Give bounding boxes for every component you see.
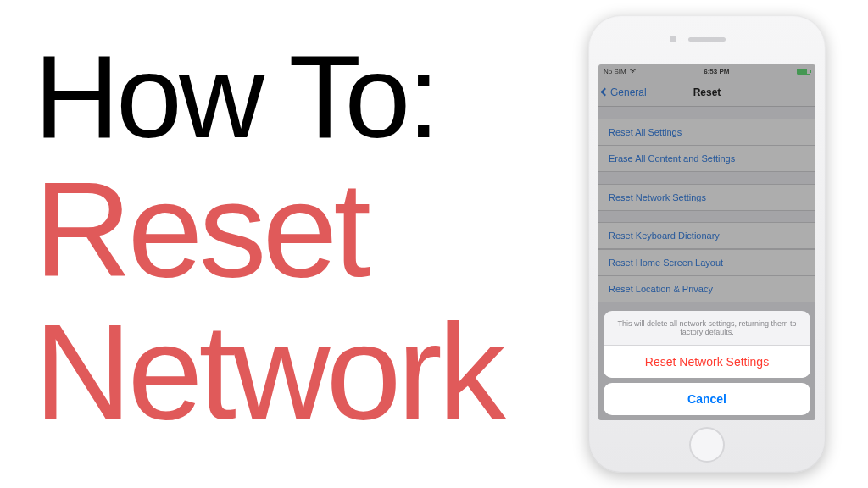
clock-label: 6:53 PM [704, 68, 729, 75]
title-line-1: How To: [34, 34, 502, 158]
page-title: Reset [693, 86, 721, 98]
title-line-3: Network [34, 301, 502, 443]
home-button[interactable] [689, 427, 725, 463]
reset-network-confirm-button[interactable]: Reset Network Settings [604, 346, 810, 378]
tutorial-title: How To: Reset Network [34, 34, 502, 443]
battery-icon [797, 69, 810, 75]
wifi-icon [629, 68, 637, 75]
reset-options-list: Reset All Settings Erase All Content and… [598, 107, 815, 302]
back-button[interactable]: General [602, 78, 647, 106]
reset-location-privacy-row[interactable]: Reset Location & Privacy [598, 275, 815, 302]
cancel-button[interactable]: Cancel [604, 383, 810, 415]
erase-all-content-row[interactable]: Erase All Content and Settings [598, 145, 815, 172]
reset-network-settings-row[interactable]: Reset Network Settings [598, 184, 815, 211]
action-sheet: This will delete all network settings, r… [604, 311, 810, 415]
title-line-2: Reset [34, 158, 502, 301]
carrier-label: No SIM [604, 68, 626, 75]
back-label: General [610, 86, 647, 98]
action-sheet-message: This will delete all network settings, r… [604, 311, 810, 346]
iphone-device: No SIM 6:53 PM General Reset Reset All S… [588, 15, 826, 473]
navigation-bar: General Reset [598, 78, 815, 107]
phone-screen: No SIM 6:53 PM General Reset Reset All S… [598, 64, 815, 420]
chevron-left-icon [601, 88, 609, 97]
reset-home-screen-layout-row[interactable]: Reset Home Screen Layout [598, 249, 815, 276]
status-bar: No SIM 6:53 PM [598, 64, 815, 78]
reset-keyboard-dictionary-row[interactable]: Reset Keyboard Dictionary [598, 222, 815, 249]
reset-all-settings-row[interactable]: Reset All Settings [598, 119, 815, 146]
